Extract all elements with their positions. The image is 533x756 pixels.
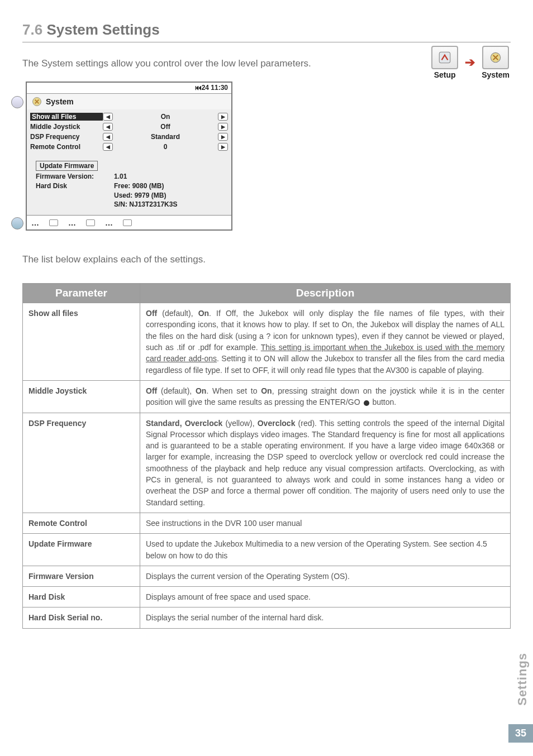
right-arrow-icon: ▶: [218, 133, 228, 141]
intro-paragraph: The System settings allow you control ov…: [22, 58, 391, 69]
table-row: Hard Disk Displays amount of free space …: [23, 587, 511, 607]
footer-icon: [86, 219, 95, 226]
left-arrow-icon: ◀: [103, 123, 113, 131]
harddisk-sn-line: S/N: NJ13T2317K3S: [36, 200, 228, 209]
device-row-label: Middle Joystick: [30, 123, 103, 131]
parameters-table: Parameter Description Show all files Off…: [22, 283, 511, 629]
device-row-value: 0: [113, 143, 218, 151]
left-arrow-icon: ◀: [103, 113, 113, 121]
right-arrow-icon: ▶: [218, 113, 228, 121]
parameter-name: Update Firmware: [23, 534, 140, 566]
parameter-description: Displays amount of free space and used s…: [140, 587, 511, 607]
table-row: Hard Disk Serial no. Displays the serial…: [23, 607, 511, 628]
table-header-parameter: Parameter: [23, 284, 140, 303]
footer-dots-icon: …: [31, 218, 39, 227]
page-number: 35: [508, 724, 533, 743]
section-heading: 7.6 System Settings: [22, 21, 511, 39]
parameter-name: Show all files: [23, 303, 140, 381]
footer-icon: [49, 219, 58, 226]
heading-rule: [22, 42, 511, 42]
svg-rect-0: [439, 52, 450, 63]
parameter-name: Middle Joystick: [23, 380, 140, 413]
setup-icon: [431, 46, 458, 69]
side-tab-label: Settings: [515, 653, 530, 706]
parameter-name: Hard Disk Serial no.: [23, 607, 140, 628]
parameter-description: Off (default), On. If Off, the Jukebox w…: [140, 303, 511, 381]
footer-icon: [123, 219, 132, 226]
device-setting-row: Show all Files ◀ On ▶: [30, 112, 228, 122]
footer-dots-icon: …: [68, 218, 76, 227]
parameter-name: Remote Control: [23, 513, 140, 533]
parameter-name: Hard Disk: [23, 587, 140, 607]
parameter-description: Off (default), On. When set to On, press…: [140, 380, 511, 413]
status-time: 24 11:30: [202, 84, 228, 92]
table-header-description: Description: [140, 284, 511, 303]
device-row-label: Show all Files: [30, 113, 103, 121]
device-setting-row: DSP Frequency ◀ Standard ▶: [30, 132, 228, 142]
firmware-version-line: Firmware Version:1.01: [36, 172, 228, 181]
harddisk-free-line: Hard DiskFree: 9080 (MB): [36, 181, 228, 191]
table-row: Update Firmware Used to update the Jukeb…: [23, 534, 511, 566]
device-screenshot: ⏮24 11:30 System Show all Files ◀ On ▶ M…: [26, 82, 232, 231]
device-row-value: Standard: [113, 133, 218, 141]
device-row-label: Remote Control: [30, 143, 103, 151]
system-label: System: [482, 70, 510, 79]
explain-paragraph: The list below explains each of the sett…: [22, 254, 511, 265]
left-arrow-icon: ◀: [103, 143, 113, 151]
section-number: 7.6: [22, 21, 42, 38]
device-title: System: [46, 97, 74, 106]
device-footer: … … …: [27, 215, 231, 229]
harddisk-used-line: Used: 9979 (MB): [36, 191, 228, 200]
setup-label: Setup: [434, 70, 456, 79]
arrow-right-icon: ➔: [465, 55, 475, 70]
table-row: Remote Control See instructions in the D…: [23, 513, 511, 533]
device-side-home-icon: [11, 217, 23, 229]
parameter-description: Standard, Overclock (yellow), Overclock …: [140, 413, 511, 513]
nav-icons: Setup ➔ System: [431, 46, 510, 79]
device-header: System: [27, 94, 231, 109]
parameter-description: Displays the serial number of the intern…: [140, 607, 511, 628]
update-firmware-box: Update Firmware: [36, 161, 98, 171]
parameter-name: DSP Frequency: [23, 413, 140, 513]
enter-go-dot-icon: [364, 400, 369, 406]
device-row-label: DSP Frequency: [30, 133, 103, 141]
section-title-text: System Settings: [46, 21, 159, 38]
footer-dots-icon: …: [105, 218, 113, 227]
table-row: Show all files Off (default), On. If Off…: [23, 303, 511, 381]
device-row-value: Off: [113, 123, 218, 131]
table-row: Firmware Version Displays the current ve…: [23, 566, 511, 586]
table-row: DSP Frequency Standard, Overclock (yello…: [23, 413, 511, 513]
parameter-description: Used to update the Jukebox Multimedia to…: [140, 534, 511, 566]
right-arrow-icon: ▶: [218, 143, 228, 151]
parameter-description: Displays the current version of the Oper…: [140, 566, 511, 586]
device-status-bar: ⏮24 11:30: [27, 83, 231, 94]
system-icon: [482, 46, 509, 69]
parameter-name: Firmware Version: [23, 566, 140, 586]
device-setting-row: Remote Control ◀ 0 ▶: [30, 142, 228, 152]
system-header-icon: [31, 96, 42, 107]
device-row-value: On: [113, 113, 218, 121]
device-side-tool-icon: [11, 96, 23, 108]
parameter-description: See instructions in the DVR 100 user man…: [140, 513, 511, 533]
device-setting-row: Middle Joystick ◀ Off ▶: [30, 122, 228, 132]
status-prefix-icon: ⏮: [195, 84, 202, 92]
right-arrow-icon: ▶: [218, 123, 228, 131]
left-arrow-icon: ◀: [103, 133, 113, 141]
table-row: Middle Joystick Off (default), On. When …: [23, 380, 511, 413]
